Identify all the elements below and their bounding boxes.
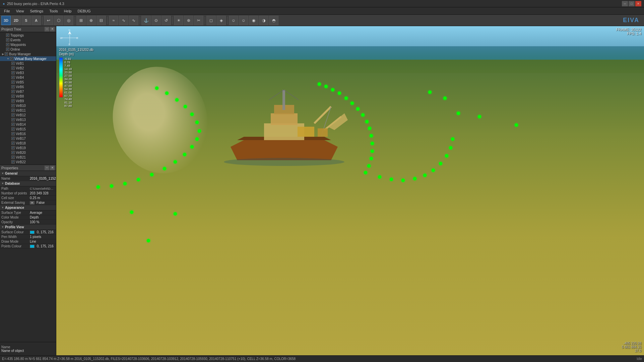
- tree-checkbox-events[interactable]: ✓: [6, 38, 9, 42]
- minimize-button[interactable]: ─: [622, 1, 628, 6]
- tree-item-virtualbuoymanager[interactable]: ▼ ✓ Virtual Buoy Manager: [0, 56, 56, 61]
- tree-checkbox-virb19[interactable]: ✓: [11, 146, 15, 149]
- tree-checkbox-virb8[interactable]: ✓: [11, 95, 15, 98]
- tree-checkbox-virb22[interactable]: ✓: [11, 160, 15, 164]
- prop-section-profileview-header[interactable]: ▼ Profile View: [0, 225, 56, 230]
- tree-checkbox-virb7[interactable]: ✓: [11, 90, 15, 93]
- tree-checkbox-virb3[interactable]: ✓: [11, 71, 15, 74]
- toolbar-s-button[interactable]: S: [21, 16, 31, 25]
- toolbar-rotate-button[interactable]: ↺: [162, 16, 171, 25]
- tree-item-waypoints[interactable]: ✓ Waypoints: [0, 42, 56, 47]
- prop-section-database-header[interactable]: ▼ Database: [0, 181, 56, 186]
- tree-item-virb4[interactable]: ✓VirB4: [0, 75, 56, 80]
- tree-item-virb14[interactable]: ✓VirB14: [0, 122, 56, 127]
- toolbar-wave-button[interactable]: ≈: [109, 16, 118, 25]
- menu-view[interactable]: View: [13, 8, 27, 14]
- toolbar-wave2-button[interactable]: ∿: [119, 16, 128, 25]
- tree-item-virb16[interactable]: ✓VirB16: [0, 131, 56, 136]
- toolbar-plus-button[interactable]: ⊕: [86, 16, 96, 25]
- tree-container[interactable]: ✓ Toppings ✓ Events ✓ Waypoints ✓ Online: [0, 32, 56, 165]
- toolbar-scissors-button[interactable]: ✂: [194, 16, 203, 25]
- tree-checkbox-virb16[interactable]: ✓: [11, 132, 15, 135]
- close-button[interactable]: ✕: [635, 1, 641, 6]
- tree-checkbox-virb15[interactable]: ✓: [11, 127, 15, 131]
- project-tree-close-button[interactable]: ✕: [50, 27, 55, 32]
- tree-checkbox-online[interactable]: ✓: [6, 48, 9, 51]
- toolbar-2d-button[interactable]: 2D: [11, 16, 21, 25]
- tree-checkbox-virb4[interactable]: ✓: [11, 76, 15, 79]
- toolbar-wave3-button[interactable]: ∿: [129, 16, 138, 25]
- tree-checkbox-virb13[interactable]: ✓: [11, 118, 15, 121]
- tree-checkbox-toppings[interactable]: ✓: [6, 34, 9, 37]
- tree-item-virb23[interactable]: ✓VirB23: [0, 164, 56, 165]
- tree-item-virb21[interactable]: ✓VirB21: [0, 155, 56, 160]
- toolbar-grid-button[interactable]: ⊞: [76, 16, 86, 25]
- menu-debug[interactable]: DEBUG: [75, 8, 93, 14]
- tree-checkbox-virb2[interactable]: ✓: [11, 66, 15, 70]
- tree-item-buoymanager[interactable]: ▶ ✓ Buoy Manager: [0, 52, 56, 56]
- menu-file[interactable]: File: [1, 8, 13, 14]
- tree-checkbox-virb17[interactable]: ✓: [11, 137, 15, 140]
- tree-item-virb1[interactable]: ✓VirB1: [0, 61, 56, 66]
- tree-item-virb9[interactable]: ✓VirB9: [0, 99, 56, 103]
- tree-checkbox-virb11[interactable]: ✓: [11, 109, 15, 112]
- tree-checkbox-virb14[interactable]: ✓: [11, 123, 15, 126]
- toolbar-circle-button[interactable]: ◎: [64, 16, 73, 25]
- tree-item-virb12[interactable]: ✓VirB12: [0, 113, 56, 117]
- toolbar-target-button[interactable]: ⊙: [151, 16, 161, 25]
- titlebar-controls[interactable]: ─ □ ✕: [622, 1, 641, 6]
- tree-item-virb15[interactable]: ✓VirB15: [0, 127, 56, 131]
- tree-checkbox-virb21[interactable]: ✓: [11, 156, 15, 159]
- toolbar-a-button[interactable]: A: [31, 16, 41, 25]
- tree-item-virb19[interactable]: ✓VirB19: [0, 145, 56, 150]
- menu-settings[interactable]: Settings: [27, 8, 46, 14]
- viewport[interactable]: N S W E 2016_0105_115202.db Depth (m) -5…: [56, 26, 644, 355]
- toolbar-half-circle-button[interactable]: ◑: [259, 16, 268, 25]
- tree-item-online[interactable]: ✓ Online: [0, 47, 56, 52]
- tree-item-virb11[interactable]: ✓VirB11: [0, 108, 56, 113]
- toolbar-anchor-button[interactable]: ⚓: [141, 16, 151, 25]
- tree-item-virb3[interactable]: ✓VirB3: [0, 70, 56, 75]
- toolbar-face2-button[interactable]: ☺: [239, 16, 248, 25]
- tree-item-virb8[interactable]: ✓VirB8: [0, 94, 56, 99]
- tree-checkbox-virb6[interactable]: ✓: [11, 85, 15, 88]
- toolbar-add-button[interactable]: ⊕: [184, 16, 193, 25]
- tree-item-virb10[interactable]: ✓VirB10: [0, 103, 56, 108]
- toolbar-circle2-button[interactable]: ◉: [249, 16, 258, 25]
- tree-item-virb20[interactable]: ✓VirB20: [0, 150, 56, 155]
- tree-checkbox-virb5[interactable]: ✓: [11, 80, 15, 84]
- tree-item-virb5[interactable]: ✓VirB5: [0, 80, 56, 84]
- tree-checkbox-virb10[interactable]: ✓: [11, 104, 15, 107]
- maximize-button[interactable]: □: [629, 1, 635, 6]
- tree-item-virb6[interactable]: ✓VirB6: [0, 84, 56, 89]
- toolbar-minus-button[interactable]: ⊟: [96, 16, 106, 25]
- tree-item-virb22[interactable]: ✓VirB22: [0, 160, 56, 164]
- project-tree-buttons[interactable]: ─ ✕: [45, 27, 55, 32]
- project-tree-pin-button[interactable]: ─: [45, 27, 49, 32]
- tree-checkbox-virtualbuoy[interactable]: ✓: [10, 57, 13, 60]
- toolbar-nav-button[interactable]: ↩: [44, 16, 53, 25]
- tree-item-toppings[interactable]: ✓ Toppings: [0, 33, 56, 38]
- tree-item-virb17[interactable]: ✓VirB17: [0, 136, 56, 141]
- toolbar-3d-button[interactable]: 3D: [1, 16, 11, 25]
- menu-tools[interactable]: Tools: [47, 8, 61, 14]
- tree-item-virb18[interactable]: ✓VirB18: [0, 141, 56, 145]
- tree-checkbox-virb12[interactable]: ✓: [11, 113, 15, 117]
- toolbar-square-button[interactable]: ◻: [206, 16, 216, 25]
- tree-checkbox-virb20[interactable]: ✓: [11, 151, 15, 154]
- tree-item-events[interactable]: ✓ Events: [0, 38, 56, 42]
- tree-item-virb2[interactable]: ✓VirB2: [0, 66, 56, 70]
- tree-checkbox-virb18[interactable]: ✓: [11, 141, 15, 145]
- toolbar-sun-button[interactable]: ☀: [174, 16, 183, 25]
- prop-section-general-header[interactable]: ▼ General: [0, 171, 56, 176]
- toolbar-face-button[interactable]: ☺: [229, 16, 238, 25]
- prop-section-appearance-header[interactable]: ▼ Appearance: [0, 205, 56, 210]
- tree-checkbox-buoymanager[interactable]: ✓: [5, 52, 8, 56]
- toolbar-diamond-button[interactable]: ◈: [216, 16, 226, 25]
- tree-checkbox-waypoints[interactable]: ✓: [6, 43, 9, 46]
- properties-close-button[interactable]: ✕: [50, 166, 55, 170]
- toolbar-quarter-button[interactable]: ◓: [269, 16, 278, 25]
- properties-buttons[interactable]: ─ ✕: [45, 166, 55, 170]
- tree-item-virb13[interactable]: ✓VirB13: [0, 117, 56, 122]
- tree-checkbox-virb9[interactable]: ✓: [11, 99, 15, 103]
